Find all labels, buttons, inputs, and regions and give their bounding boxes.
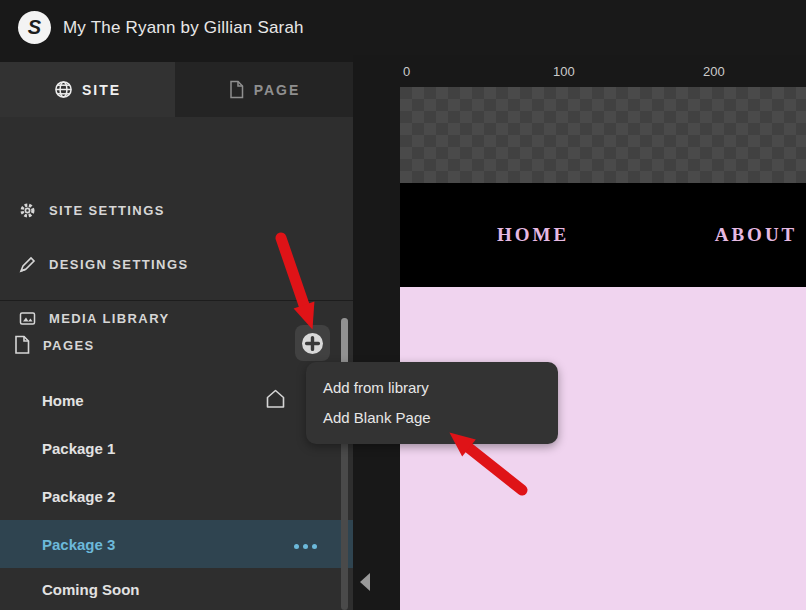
tab-page-label: PAGE: [254, 82, 301, 98]
sidebar-item-label: SITE SETTINGS: [49, 203, 165, 218]
page-item-package-1[interactable]: Package 1: [0, 424, 353, 472]
sidebar-item-label: DESIGN SETTINGS: [49, 257, 188, 272]
design-surface[interactable]: HOME ABOUT: [400, 87, 806, 610]
page-item-package-2[interactable]: Package 2: [0, 472, 353, 520]
plus-icon: [301, 332, 324, 355]
ruler-label-100: 100: [553, 64, 575, 79]
page-item-coming-soon[interactable]: Coming Soon: [0, 568, 353, 610]
transparent-checker-region[interactable]: [400, 87, 806, 183]
sidebar-item-site-settings[interactable]: SITE SETTINGS: [0, 183, 353, 237]
ellipsis-icon[interactable]: [294, 540, 317, 552]
sidebar-item-design-settings[interactable]: DESIGN SETTINGS: [0, 237, 353, 291]
home-icon: [264, 388, 287, 410]
pages-icon: [13, 335, 31, 355]
page-item-home[interactable]: Home: [0, 376, 353, 424]
menu-item-add-blank-page[interactable]: Add Blank Page: [306, 403, 558, 433]
showit-logo-icon: S: [18, 11, 51, 44]
nav-link-home[interactable]: HOME: [497, 224, 569, 246]
sidebar-divider: [0, 300, 353, 301]
page-item-label: Package 3: [42, 536, 115, 553]
page-item-label: Package 1: [42, 440, 115, 457]
ruler-label-200: 200: [703, 64, 725, 79]
tab-page[interactable]: PAGE: [175, 62, 353, 117]
sidebar-collapse-arrow[interactable]: [360, 573, 370, 591]
top-bar: S My The Ryann by Gillian Sarah: [0, 0, 806, 55]
pages-header-label: PAGES: [43, 338, 95, 353]
globe-icon: [54, 80, 73, 99]
page-icon: [228, 80, 245, 99]
gear-icon: [19, 202, 36, 219]
page-body-section[interactable]: [400, 287, 806, 610]
ruler-label-0: 0: [403, 64, 410, 79]
tab-site[interactable]: SITE: [0, 62, 175, 117]
add-page-button[interactable]: [295, 325, 330, 361]
page-item-label: Home: [42, 392, 84, 409]
add-page-context-menu: Add from library Add Blank Page: [306, 362, 558, 444]
site-nav-bar[interactable]: HOME ABOUT: [400, 183, 806, 287]
tab-site-label: SITE: [82, 82, 121, 98]
nav-link-about[interactable]: ABOUT: [715, 224, 798, 246]
app-window: S My The Ryann by Gillian Sarah 0 100 20…: [0, 0, 806, 610]
page-item-label: Package 2: [42, 488, 115, 505]
sidebar-tabs: SITE PAGE: [0, 55, 353, 117]
site-title: My The Ryann by Gillian Sarah: [63, 0, 304, 55]
page-item-label: Coming Soon: [42, 581, 140, 598]
sidebar-scrollbar-thumb[interactable]: [341, 318, 348, 366]
brush-icon: [19, 256, 36, 273]
menu-item-add-from-library[interactable]: Add from library: [306, 373, 558, 403]
sidebar: SITE PAGE SITE SETTINGS: [0, 55, 353, 610]
